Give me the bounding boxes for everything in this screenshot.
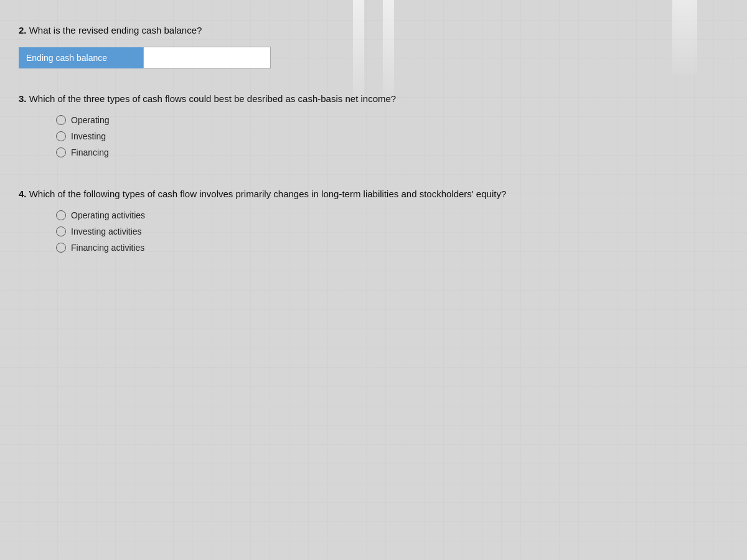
radio-circle-operating-activities [56, 210, 66, 220]
radio-circle-investing [56, 131, 66, 141]
option-operating[interactable]: Operating [56, 115, 728, 125]
radio-circle-investing-activities [56, 226, 66, 236]
question-4-options: Operating activities Investing activitie… [19, 210, 728, 253]
option-operating-activities-label: Operating activities [71, 210, 145, 220]
question-4-title: 4. Which of the following types of cash … [19, 189, 728, 199]
option-investing-activities-label: Investing activities [71, 226, 142, 236]
ending-cash-balance-label: Ending cash balance [19, 47, 143, 68]
option-financing-activities-label: Financing activities [71, 243, 144, 253]
option-financing[interactable]: Financing [56, 147, 728, 157]
ending-cash-balance-input[interactable] [143, 47, 270, 68]
question-4: 4. Which of the following types of cash … [19, 189, 728, 253]
radio-circle-financing [56, 147, 66, 157]
option-financing-label: Financing [71, 147, 109, 157]
ending-cash-balance-table: Ending cash balance [19, 47, 271, 68]
option-operating-label: Operating [71, 115, 109, 125]
ending-cash-balance-field[interactable] [150, 51, 264, 64]
question-3-title: 3. Which of the three types of cash flow… [19, 93, 728, 104]
radio-circle-operating [56, 115, 66, 125]
question-3-options: Operating Investing Financing [19, 115, 728, 157]
option-financing-activities[interactable]: Financing activities [56, 243, 728, 253]
question-2: 2. What is the revised ending cash balan… [19, 25, 728, 68]
table-row: Ending cash balance [19, 47, 270, 68]
option-investing[interactable]: Investing [56, 131, 728, 141]
option-investing-label: Investing [71, 131, 106, 141]
option-investing-activities[interactable]: Investing activities [56, 226, 728, 236]
question-3: 3. Which of the three types of cash flow… [19, 93, 728, 157]
radio-circle-financing-activities [56, 243, 66, 253]
question-2-title: 2. What is the revised ending cash balan… [19, 25, 728, 35]
option-operating-activities[interactable]: Operating activities [56, 210, 728, 220]
